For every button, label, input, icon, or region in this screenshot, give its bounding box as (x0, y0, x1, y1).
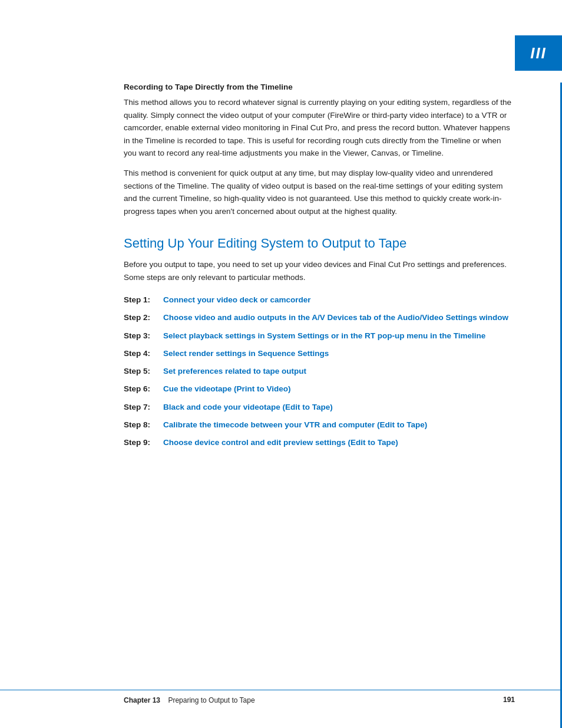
step-1-row: Step 1: Connect your video deck or camco… (124, 294, 515, 306)
step-3-label: Step 3: (124, 330, 160, 342)
step-5-label: Step 5: (124, 365, 160, 377)
step-9-label: Step 9: (124, 437, 160, 449)
step-6-row: Step 6: Cue the videotape (Print to Vide… (124, 383, 515, 395)
step-7-link[interactable]: Black and code your videotape (Edit to T… (163, 401, 333, 413)
footer-chapter-label: Chapter 13 Preparing to Output to Tape (124, 696, 255, 704)
setting-up-section: Setting Up Your Editing System to Output… (124, 235, 515, 449)
chapter-tab-label: III (530, 44, 547, 62)
footer-chapter-info: Chapter 13 Preparing to Output to Tape (124, 695, 255, 704)
recording-paragraph1: This method allows you to record whateve… (124, 96, 515, 160)
step-2-link[interactable]: Choose video and audio outputs in the A/… (163, 312, 508, 324)
step-2-label: Step 2: (124, 312, 160, 324)
step-4-row: Step 4: Select render settings in Sequen… (124, 348, 515, 360)
step-1-label: Step 1: (124, 294, 160, 306)
step-2-row: Step 2: Choose video and audio outputs i… (124, 312, 515, 324)
step-7-row: Step 7: Black and code your videotape (E… (124, 401, 515, 413)
step-5-row: Step 5: Set preferences related to tape … (124, 365, 515, 377)
chapter-tab: III (515, 35, 562, 71)
page-footer: Chapter 13 Preparing to Output to Tape 1… (0, 690, 562, 704)
main-content: Recording to Tape Directly from the Time… (0, 0, 562, 502)
step-8-label: Step 8: (124, 419, 160, 431)
step-8-row: Step 8: Calibrate the timecode between y… (124, 419, 515, 431)
section-title: Setting Up Your Editing System to Output… (124, 235, 515, 252)
step-5-link[interactable]: Set preferences related to tape output (163, 365, 306, 377)
recording-section: Recording to Tape Directly from the Time… (124, 83, 515, 218)
recording-paragraph2: This method is convenient for quick outp… (124, 167, 515, 218)
recording-heading: Recording to Tape Directly from the Time… (124, 83, 515, 91)
step-6-link[interactable]: Cue the videotape (Print to Video) (163, 383, 291, 395)
step-9-row: Step 9: Choose device control and edit p… (124, 437, 515, 449)
step-7-label: Step 7: (124, 401, 160, 413)
step-9-link[interactable]: Choose device control and edit preview s… (163, 437, 398, 449)
step-4-label: Step 4: (124, 348, 160, 360)
section-intro: Before you output to tape, you need to s… (124, 258, 515, 284)
footer-page-number: 191 (503, 696, 515, 704)
step-6-label: Step 6: (124, 383, 160, 395)
step-4-link[interactable]: Select render settings in Sequence Setti… (163, 348, 329, 360)
step-3-link[interactable]: Select playback settings in System Setti… (163, 330, 485, 342)
step-8-link[interactable]: Calibrate the timecode between your VTR … (163, 419, 427, 431)
step-3-row: Step 3: Select playback settings in Syst… (124, 330, 515, 342)
step-1-link[interactable]: Connect your video deck or camcorder (163, 294, 311, 306)
page-container: III Recording to Tape Directly from the … (0, 0, 562, 728)
